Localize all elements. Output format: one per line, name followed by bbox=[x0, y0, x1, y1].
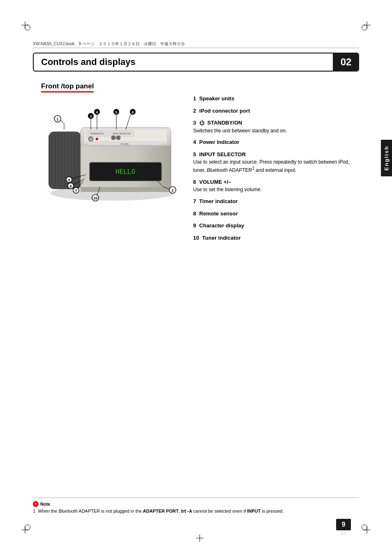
svg-text:9: 9 bbox=[68, 178, 70, 182]
svg-text:5: 5 bbox=[115, 110, 117, 114]
desc-item-9: 9 Character display bbox=[193, 222, 351, 230]
page-label: En bbox=[336, 531, 351, 536]
svg-text:+: + bbox=[164, 143, 165, 145]
mark-bl bbox=[25, 525, 30, 530]
language-tab-text: English bbox=[383, 146, 390, 171]
svg-text:7: 7 bbox=[75, 189, 77, 193]
svg-text:8: 8 bbox=[69, 184, 71, 188]
svg-text:⏻: ⏻ bbox=[90, 138, 92, 141]
mark-tr bbox=[362, 25, 367, 30]
svg-text:HELLO: HELLO bbox=[115, 168, 135, 176]
svg-text:3: 3 bbox=[90, 114, 92, 118]
desc-item-3: 3 ⏻ STANDBY/ON Switches the unit between… bbox=[193, 119, 351, 134]
section-title-text: Front /top panel bbox=[41, 82, 94, 90]
header-info: XW-NAS5_CUXJ.book 9 ページ ２０１０年１月２６日 火曜日 午… bbox=[33, 41, 359, 48]
mark-tl bbox=[25, 25, 30, 30]
desc-item-8: 8 Remote sensor bbox=[193, 210, 351, 218]
page-number-text: 9 bbox=[342, 521, 346, 528]
desc-item-2: 2 iPod connector port bbox=[193, 107, 351, 115]
crosshair-br bbox=[363, 526, 371, 534]
crosshair-tr bbox=[363, 21, 371, 29]
desc-item-7: 7 Timer indicator bbox=[193, 197, 351, 206]
page-number: 9 bbox=[336, 519, 351, 530]
svg-text:–: – bbox=[86, 143, 88, 145]
desc-item-6: 6 VOLUME +/– Use to set the listening vo… bbox=[193, 178, 351, 193]
mark-br bbox=[362, 525, 367, 530]
chapter-title: Controls and displays bbox=[41, 57, 136, 67]
chapter-title-box: Controls and displays bbox=[33, 53, 333, 72]
descriptions-panel: 1 Speaker units 2 iPod connector port 3 … bbox=[193, 95, 351, 246]
svg-point-20 bbox=[96, 138, 98, 140]
chapter-number: 02 bbox=[341, 56, 352, 68]
note-text-1: 1 When the Bluetooth ADAPTER is not plug… bbox=[33, 509, 359, 514]
svg-rect-29 bbox=[81, 187, 171, 192]
svg-line-47 bbox=[126, 114, 131, 130]
crosshair-tl bbox=[21, 21, 29, 29]
crosshair-bc-inner bbox=[196, 534, 203, 542]
device-illustration: STANDBY/ON INPUT SELECTOR ⏻ – + VOLUME H… bbox=[36, 99, 184, 206]
note-title: ✦ Note bbox=[33, 501, 359, 507]
desc-item-10: 10 Tuner indicator bbox=[193, 234, 351, 242]
language-tab: English bbox=[381, 140, 392, 176]
note-section: ✦ Note 1 When the Bluetooth ADAPTER is n… bbox=[33, 497, 359, 514]
crosshair-bl bbox=[21, 526, 29, 534]
file-info-text: XW-NAS5_CUXJ.book 9 ページ ２０１０年１月２６日 火曜日 午… bbox=[33, 42, 185, 46]
chapter-header: Controls and displays 02 bbox=[33, 53, 359, 72]
note-title-text: Note bbox=[40, 502, 50, 506]
page-label-text: En bbox=[341, 531, 346, 536]
device-svg: STANDBY/ON INPUT SELECTOR ⏻ – + VOLUME H… bbox=[36, 99, 184, 206]
svg-text:6: 6 bbox=[131, 110, 134, 114]
svg-text:VOLUME: VOLUME bbox=[120, 143, 129, 145]
svg-text:1: 1 bbox=[56, 117, 58, 121]
desc-item-5: 5 INPUT SELECTOR Use to select an input … bbox=[193, 150, 351, 174]
desc-item-4: 4 Power indicator bbox=[193, 138, 351, 146]
chapter-number-box: 02 bbox=[333, 53, 359, 72]
svg-text:2: 2 bbox=[171, 188, 173, 192]
section-title: Front /top panel bbox=[41, 82, 94, 92]
desc-item-1: 1 Speaker units bbox=[193, 95, 351, 103]
svg-point-21 bbox=[111, 136, 115, 140]
svg-point-22 bbox=[116, 136, 120, 140]
svg-text:STANDBY/ON: STANDBY/ON bbox=[90, 132, 104, 135]
svg-text:4: 4 bbox=[96, 110, 98, 114]
svg-text:10: 10 bbox=[93, 196, 97, 200]
note-icon: ✦ bbox=[33, 501, 39, 507]
svg-text:INPUT SELECTOR: INPUT SELECTOR bbox=[113, 132, 131, 135]
